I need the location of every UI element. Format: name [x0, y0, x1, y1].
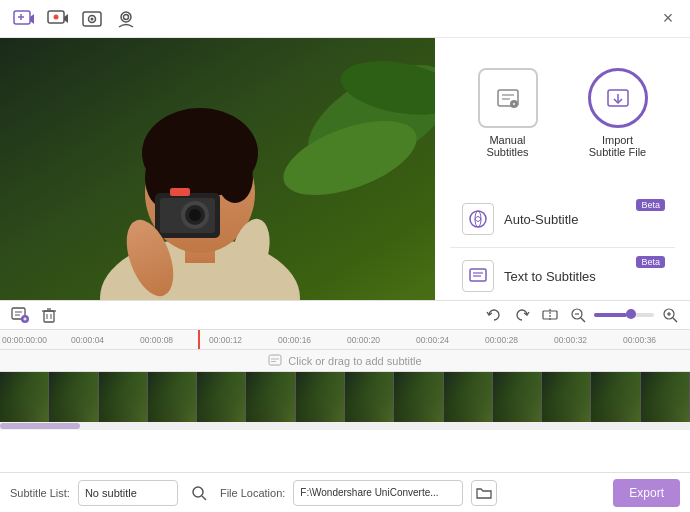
- film-frame-0: [0, 372, 49, 422]
- text-to-subtitle-row[interactable]: Text to Subtitles Beta: [450, 250, 675, 302]
- file-location-label: File Location:: [220, 487, 285, 499]
- text-to-subtitle-icon: [462, 260, 494, 292]
- auto-subtitle-label: Auto-Subtitle: [504, 212, 578, 227]
- top-toolbar: ×: [0, 0, 690, 38]
- export-button[interactable]: Export: [613, 479, 680, 507]
- subtitle-drop-icon: [268, 354, 282, 368]
- ruler-mark-6: 00:00:24: [414, 335, 483, 345]
- ruler-mark-7: 00:00:28: [483, 335, 552, 345]
- video-add-button[interactable]: [10, 5, 38, 33]
- svg-point-9: [91, 17, 94, 20]
- ruler-marks: 00:00:00:00 00:00:04 00:00:08 00:00:12 0…: [0, 335, 690, 345]
- file-path-display: F:\Wondershare UniConverte...: [293, 480, 463, 506]
- filmstrip: [0, 372, 690, 422]
- auto-subtitle-row[interactable]: Auto-Subtitle Beta: [450, 193, 675, 245]
- timeline-section: 00:00:00:00 00:00:04 00:00:08 00:00:12 0…: [0, 300, 690, 462]
- screen-record-button[interactable]: [44, 5, 72, 33]
- subtitle-type-options: Manual Subtitles Import Subtitle File: [463, 58, 663, 168]
- svg-line-67: [673, 318, 677, 322]
- video-display: [0, 38, 435, 308]
- close-button[interactable]: ×: [656, 7, 680, 31]
- svg-point-71: [193, 487, 203, 497]
- scrollbar-thumb[interactable]: [0, 423, 80, 429]
- film-frame-4: [197, 372, 246, 422]
- auto-subtitle-icon: [462, 203, 494, 235]
- film-frame-1: [49, 372, 98, 422]
- video-frame: [0, 38, 435, 308]
- svg-rect-68: [269, 355, 281, 365]
- svg-point-26: [189, 209, 201, 221]
- svg-point-44: [475, 211, 481, 227]
- timeline-scrollbar[interactable]: [0, 422, 690, 430]
- film-frame-2: [99, 372, 148, 422]
- svg-line-63: [581, 318, 585, 322]
- ruler-mark-5: 00:00:20: [345, 335, 414, 345]
- zoom-controls: [482, 303, 682, 327]
- svg-rect-54: [44, 311, 54, 322]
- zoom-out-button[interactable]: [566, 303, 590, 327]
- svg-rect-27: [170, 188, 190, 196]
- ruler-mark-3: 00:00:12: [207, 335, 276, 345]
- film-frame-6: [296, 372, 345, 422]
- zoom-slider[interactable]: [594, 313, 654, 317]
- undo-button[interactable]: [482, 303, 506, 327]
- film-frame-5: [246, 372, 295, 422]
- film-frame-9: [444, 372, 493, 422]
- film-frame-13: [641, 372, 690, 422]
- ruler-mark-4: 00:00:16: [276, 335, 345, 345]
- svg-point-10: [121, 12, 131, 22]
- film-frame-8: [394, 372, 443, 422]
- svg-point-43: [470, 211, 486, 227]
- ruler-mark-8: 00:00:32: [552, 335, 621, 345]
- subtitle-list-label: Subtitle List:: [10, 487, 70, 499]
- redo-button[interactable]: [510, 303, 534, 327]
- text-to-subtitle-label: Text to Subtitles: [504, 269, 596, 284]
- playhead[interactable]: [198, 330, 200, 349]
- subtitle-drop-area[interactable]: Click or drag to add subtitle: [0, 350, 690, 372]
- manual-subtitles-label: Manual Subtitles: [473, 134, 543, 158]
- ruler-mark-2: 00:00:08: [138, 335, 207, 345]
- svg-point-6: [54, 14, 59, 19]
- split-button[interactable]: [538, 303, 562, 327]
- import-subtitle-label: Import Subtitle File: [583, 134, 653, 158]
- subtitle-menu-items: Auto-Subtitle Beta Text to Subtitles Bet…: [450, 193, 675, 302]
- subtitle-list-select[interactable]: No subtitle: [78, 480, 178, 506]
- delete-button[interactable]: [37, 303, 61, 327]
- folder-button[interactable]: [471, 480, 497, 506]
- film-frame-3: [148, 372, 197, 422]
- capture-button[interactable]: [78, 5, 106, 33]
- auto-subtitle-beta-badge: Beta: [636, 199, 665, 211]
- import-subtitle-card[interactable]: Import Subtitle File: [573, 58, 663, 168]
- svg-line-72: [202, 496, 206, 500]
- webcam-button[interactable]: [112, 5, 140, 33]
- subtitle-drop-hint: Click or drag to add subtitle: [288, 355, 421, 367]
- manual-subtitles-icon-box: [478, 68, 538, 128]
- text-to-subtitle-beta-badge: Beta: [636, 256, 665, 268]
- subtitle-add-button[interactable]: [8, 303, 32, 327]
- time-ruler: 00:00:00:00 00:00:04 00:00:08 00:00:12 0…: [0, 330, 690, 350]
- import-subtitle-icon-box: [588, 68, 648, 128]
- bottom-bar: Subtitle List: No subtitle File Location…: [0, 472, 690, 512]
- ruler-mark-9: 00:00:36: [621, 335, 690, 345]
- ruler-mark-0: 00:00:00:00: [0, 335, 69, 345]
- zoom-in-button[interactable]: [658, 303, 682, 327]
- film-frame-11: [542, 372, 591, 422]
- svg-rect-45: [470, 269, 486, 281]
- timeline-toolbar: [0, 300, 690, 330]
- film-frame-7: [345, 372, 394, 422]
- search-button[interactable]: [186, 480, 212, 506]
- menu-divider: [450, 247, 675, 248]
- film-frame-12: [591, 372, 640, 422]
- film-frame-10: [493, 372, 542, 422]
- manual-subtitles-card[interactable]: Manual Subtitles: [463, 58, 553, 168]
- svg-point-21: [217, 153, 253, 203]
- svg-point-11: [124, 14, 129, 19]
- ruler-mark-1: 00:00:04: [69, 335, 138, 345]
